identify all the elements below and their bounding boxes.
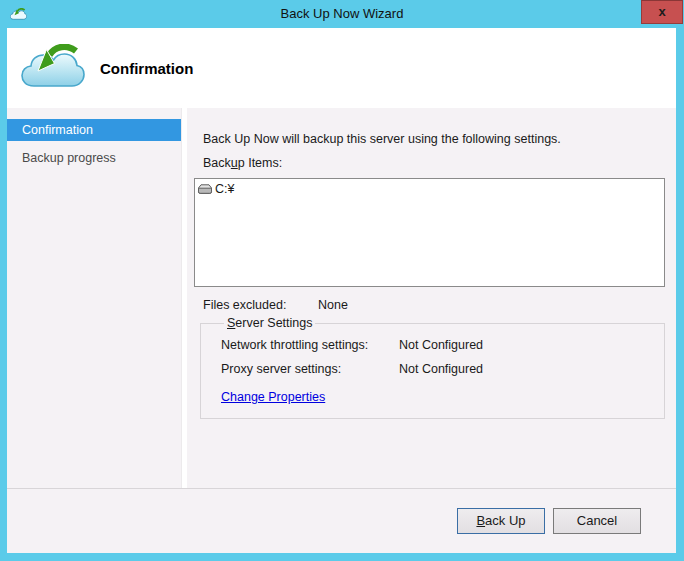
window-title: Back Up Now Wizard	[0, 0, 684, 28]
change-properties-link[interactable]: Change Properties	[221, 390, 325, 404]
footer: Back Up Cancel	[7, 488, 676, 553]
hard-disk-icon	[197, 183, 213, 195]
backup-items-label: Backup Items:	[203, 156, 282, 170]
sidebar-item-backup-progress[interactable]: Backup progress	[7, 147, 181, 169]
confirmation-page: Back Up Now will backup this server usin…	[187, 108, 676, 488]
close-button[interactable]: x	[641, 0, 683, 24]
cloud-backup-icon	[21, 44, 85, 92]
proxy-server-label: Proxy server settings:	[221, 362, 399, 376]
backup-item-label: C:¥	[215, 182, 234, 196]
backup-items-listbox[interactable]: C:¥	[194, 178, 665, 287]
network-throttling-label: Network throttling settings:	[221, 338, 399, 352]
banner: Confirmation	[7, 28, 676, 108]
list-item[interactable]: C:¥	[195, 179, 664, 196]
server-settings-legend: Server Settings	[224, 316, 315, 330]
wizard-frame: Confirmation Confirmation Backup progres…	[7, 28, 676, 553]
back-up-button[interactable]: Back Up	[457, 508, 545, 534]
files-excluded-value: None	[318, 298, 348, 312]
intro-text: Back Up Now will backup this server usin…	[203, 132, 561, 146]
server-settings-groupbox: Server Settings Network throttling setti…	[200, 316, 665, 419]
sidebar-item-confirmation[interactable]: Confirmation	[7, 119, 181, 141]
proxy-server-value: Not Configured	[399, 362, 483, 376]
main-area: Confirmation Backup progress Back Up Now…	[7, 108, 676, 488]
files-excluded-row: Files excluded:None	[203, 298, 348, 312]
files-excluded-label: Files excluded:	[203, 298, 318, 312]
cancel-button[interactable]: Cancel	[553, 508, 641, 534]
titlebar: Back Up Now Wizard x	[0, 0, 684, 28]
proxy-server-row: Proxy server settings:Not Configured	[221, 362, 654, 376]
page-title: Confirmation	[100, 60, 193, 77]
backup-wizard-window: Back Up Now Wizard x Confirmation	[0, 0, 684, 561]
network-throttling-row: Network throttling settings:Not Configur…	[221, 338, 654, 352]
network-throttling-value: Not Configured	[399, 338, 483, 352]
wizard-steps-sidebar: Confirmation Backup progress	[7, 108, 181, 488]
